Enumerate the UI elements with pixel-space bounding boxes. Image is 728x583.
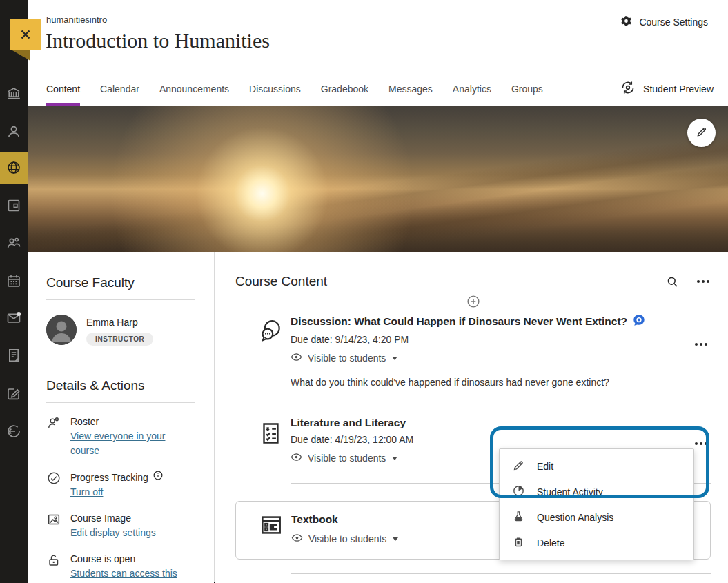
tab-messages[interactable]: Messages [388, 72, 433, 106]
tab-announcements[interactable]: Announcements [159, 72, 229, 106]
messages-icon[interactable] [0, 302, 28, 334]
document-visibility-label: Visible to students [308, 533, 386, 544]
caret-down-icon [393, 537, 398, 541]
course-header: humanitiesintro Introduction to Humaniti… [28, 0, 728, 72]
menu-item-student-activity[interactable]: Student Activity [500, 479, 693, 504]
page-title: Introduction to Humanities [46, 29, 270, 52]
menu-item-question-analysis[interactable]: Question Analysis [500, 504, 693, 530]
roster-icon [46, 415, 61, 431]
role-badge: INSTRUCTOR [86, 333, 153, 346]
test-due-date: Due date: 4/19/23, 12:00 AM [291, 434, 711, 445]
left-nav-rail [0, 0, 28, 583]
search-icon[interactable] [666, 275, 679, 288]
pie-chart-icon [512, 484, 525, 500]
institution-icon[interactable] [0, 77, 28, 109]
menu-label-delete: Delete [537, 537, 564, 549]
discussion-visibility-dropdown[interactable]: Visible to students [291, 351, 397, 365]
app-window: humanitiesintro Introduction to Humaniti… [0, 0, 728, 583]
course-tab-bar: Content Calendar Announcements Discussio… [28, 72, 728, 106]
eye-icon [291, 351, 302, 365]
profile-icon[interactable] [0, 116, 28, 148]
detail-item-course-image: Course Image Edit display settings [46, 511, 195, 540]
student-preview-button[interactable]: Student Preview [620, 72, 728, 106]
course-details-panel: Course Faculty Emma Harp INSTRUCTOR Deta… [28, 252, 214, 583]
roster-link[interactable]: View everyone in your course [70, 431, 165, 456]
divider [46, 402, 195, 403]
grades-icon[interactable] [0, 339, 28, 371]
detail-item-course-open: Course is open Students can access this … [46, 552, 195, 583]
tab-gradebook[interactable]: Gradebook [321, 72, 368, 106]
eye-icon [291, 532, 303, 546]
course-id: humanitiesintro [46, 14, 107, 25]
tab-analytics[interactable]: Analytics [453, 72, 491, 106]
trash-icon [512, 535, 525, 551]
tab-discussions[interactable]: Discussions [249, 72, 301, 106]
eye-icon [291, 451, 302, 465]
discussion-icon [257, 317, 284, 344]
course-settings-button[interactable]: Course Settings [620, 14, 708, 30]
divider [46, 299, 195, 300]
course-banner-image [28, 106, 728, 252]
pencil-icon [696, 126, 708, 141]
discussion-description: What do you think could've happened if d… [291, 377, 711, 388]
close-icon [10, 19, 41, 50]
divider [291, 402, 711, 402]
tab-groups[interactable]: Groups [511, 72, 543, 106]
sign-out-icon[interactable] [0, 415, 28, 447]
course-image-title: Course Image [70, 511, 181, 526]
image-icon [46, 512, 61, 527]
document-icon [258, 512, 284, 538]
student-preview-label: Student Preview [643, 83, 714, 95]
chat-badge-icon [633, 314, 645, 329]
item-context-menu: Edit Student Activity Question Analysis … [499, 448, 694, 560]
detail-item-roster: Roster View everyone in your course [46, 415, 195, 458]
content-menu-button[interactable] [696, 276, 711, 287]
document-visibility-dropdown[interactable]: Visible to students [291, 532, 398, 546]
gear-icon [620, 14, 633, 30]
test-icon [257, 420, 284, 446]
info-icon[interactable] [153, 470, 164, 485]
organizations-icon[interactable] [0, 227, 28, 259]
course-open-title: Course is open [70, 552, 181, 566]
discussion-menu-button[interactable] [693, 339, 709, 350]
progress-link[interactable]: Turn off [70, 486, 103, 497]
calendar-icon[interactable] [0, 265, 28, 297]
tab-content[interactable]: Content [46, 72, 80, 106]
menu-item-delete[interactable]: Delete [500, 530, 693, 555]
faculty-heading: Course Faculty [46, 275, 195, 290]
course-settings-label: Course Settings [639, 17, 708, 28]
caret-down-icon [392, 357, 397, 360]
edit-banner-button[interactable] [687, 119, 716, 147]
test-menu-button[interactable] [693, 438, 709, 449]
test-title[interactable]: Literature and Literacy [291, 417, 406, 429]
document-title[interactable]: Textbook [291, 513, 338, 526]
close-course-button[interactable] [10, 19, 41, 61]
menu-item-edit[interactable]: Edit [500, 453, 693, 479]
discussion-due-date: Due date: 9/14/23, 4:20 PM [291, 334, 711, 345]
course-image-link[interactable]: Edit display settings [70, 527, 156, 538]
discussion-title[interactable]: Discussion: What Could Happen if Dinosau… [291, 315, 627, 328]
menu-label-question-analysis: Question Analysis [537, 512, 613, 523]
course-open-link[interactable]: Students can access this course [70, 568, 177, 583]
courses-icon[interactable] [0, 190, 28, 221]
plus-circle-icon[interactable] [465, 293, 482, 310]
course-content-heading: Course Content [235, 274, 327, 289]
pencil-icon [512, 459, 525, 474]
test-visibility-dropdown[interactable]: Visible to students [291, 451, 397, 465]
discussion-visibility-label: Visible to students [308, 353, 386, 364]
details-actions-heading: Details & Actions [46, 378, 195, 393]
menu-label-edit: Edit [537, 461, 553, 472]
tag-fold [11, 50, 30, 61]
caret-down-icon [392, 457, 397, 460]
progress-icon [46, 471, 61, 486]
faculty-member: Emma Harp INSTRUCTOR [46, 315, 195, 346]
detail-item-progress-tracking: Progress Tracking Turn off [46, 470, 195, 500]
content-item-discussion: Discussion: What Could Happen if Dinosau… [235, 314, 711, 388]
student-preview-icon [620, 79, 636, 98]
divider [291, 573, 711, 574]
unlock-icon [46, 553, 61, 568]
faculty-name: Emma Harp [86, 317, 153, 328]
tab-calendar[interactable]: Calendar [100, 72, 139, 106]
activity-stream-icon[interactable] [0, 152, 28, 184]
tools-icon[interactable] [0, 377, 28, 409]
